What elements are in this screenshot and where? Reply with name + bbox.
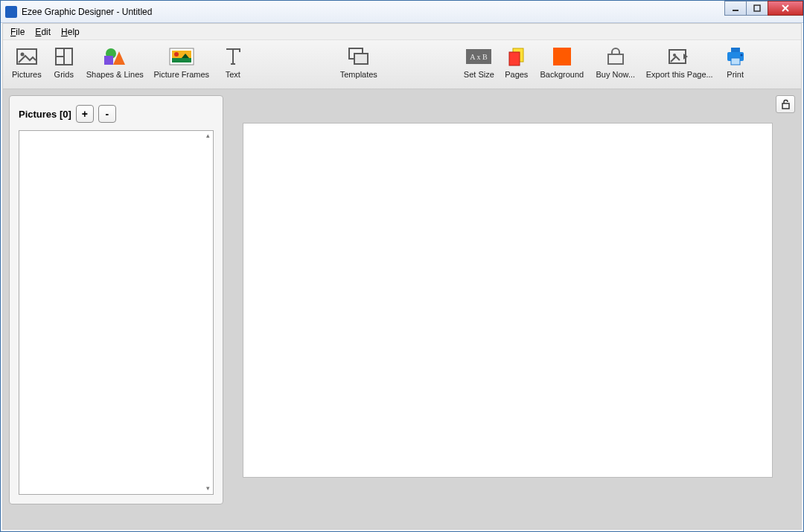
toolbar-setsize[interactable]: A x B Set Size [459,43,499,86]
toolbar: Pictures Grids Shapes & Lines [3,40,801,89]
pictures-icon [16,48,37,65]
toolbar-print[interactable]: Print [718,43,753,86]
background-icon [553,48,571,65]
minimize-button[interactable] [724,1,747,16]
app-window: Ezee Graphic Designer - Untitled File Ed… [0,0,804,532]
toolbar-templates-label: Templates [340,70,377,79]
unlock-icon [780,99,791,109]
window-title: Ezee Graphic Designer - Untitled [22,7,152,17]
svg-point-5 [20,53,24,57]
toolbar-frames-label: Picture Frames [154,70,210,79]
svg-rect-23 [553,48,571,65]
svg-rect-26 [731,48,740,52]
svg-rect-15 [172,58,191,63]
design-canvas[interactable] [243,124,772,477]
svg-rect-30 [782,103,789,109]
toolbar-export[interactable]: Export this Page... [642,43,718,86]
toolbar-background-label: Background [540,70,584,79]
remove-picture-button[interactable]: - [98,105,116,123]
grids-icon [55,48,73,65]
menu-bar: File Edit Help [3,24,801,40]
toolbar-text[interactable]: Text [215,43,251,86]
toolbar-pictures[interactable]: Pictures [7,43,46,86]
svg-rect-1 [754,5,760,11]
setsize-icon: A x B [466,49,491,64]
app-icon [5,6,17,18]
close-icon [781,4,790,13]
svg-rect-28 [731,58,740,65]
frames-icon [169,48,194,65]
window-client-area: File Edit Help Pictures [2,23,802,530]
scroll-down-icon[interactable]: ▾ [203,484,212,493]
svg-rect-10 [104,56,113,65]
export-icon [669,48,691,65]
lock-button[interactable] [776,95,795,113]
add-picture-button[interactable]: + [76,105,94,123]
toolbar-pages[interactable]: Pages [499,43,535,86]
text-icon [224,47,242,66]
toolbar-background[interactable]: Background [535,43,590,86]
window-controls [725,1,803,16]
svg-rect-0 [733,10,738,11]
print-icon [725,47,746,66]
toolbar-text-label: Text [226,70,240,79]
toolbar-export-label: Export this Page... [646,70,713,79]
canvas-area [232,95,795,523]
svg-rect-18 [354,54,368,64]
close-button[interactable] [768,1,803,16]
toolbar-setsize-label: Set Size [464,70,494,79]
svg-point-29 [740,54,742,57]
toolbar-shapes-label: Shapes & Lines [86,70,144,79]
svg-rect-22 [509,52,520,65]
maximize-icon [753,4,762,13]
toolbar-pictures-label: Pictures [12,70,42,79]
svg-text:A x B: A x B [470,53,488,61]
workspace: Pictures [0] + - ▴ ▾ [3,89,801,529]
pages-icon [507,47,526,66]
toolbar-frames[interactable]: Picture Frames [148,43,215,86]
maximize-button[interactable] [746,1,768,16]
title-bar: Ezee Graphic Designer - Untitled [1,1,803,23]
toolbar-grids-label: Grids [54,70,74,79]
pictures-list[interactable]: ▴ ▾ [19,130,214,495]
toolbar-shapes[interactable]: Shapes & Lines [82,43,148,86]
toolbar-print-label: Print [727,70,744,79]
side-panel-title: Pictures [0] [19,109,71,120]
templates-icon [347,47,371,66]
toolbar-pages-label: Pages [505,70,528,79]
toolbar-buy[interactable]: Buy Now... [590,43,642,86]
scroll-up-icon[interactable]: ▴ [203,132,212,141]
toolbar-buy-label: Buy Now... [596,70,635,79]
svg-point-14 [174,52,179,57]
side-panel: Pictures [0] + - ▴ ▾ [9,95,223,504]
menu-edit[interactable]: Edit [35,27,51,37]
shapes-icon [103,47,127,66]
menu-help[interactable]: Help [61,27,80,37]
menu-file[interactable]: File [10,27,25,37]
toolbar-grids[interactable]: Grids [46,43,82,86]
bag-icon [604,48,627,65]
toolbar-templates[interactable]: Templates [333,43,385,86]
side-panel-header: Pictures [0] + - [19,105,214,130]
minimize-icon [732,4,740,13]
